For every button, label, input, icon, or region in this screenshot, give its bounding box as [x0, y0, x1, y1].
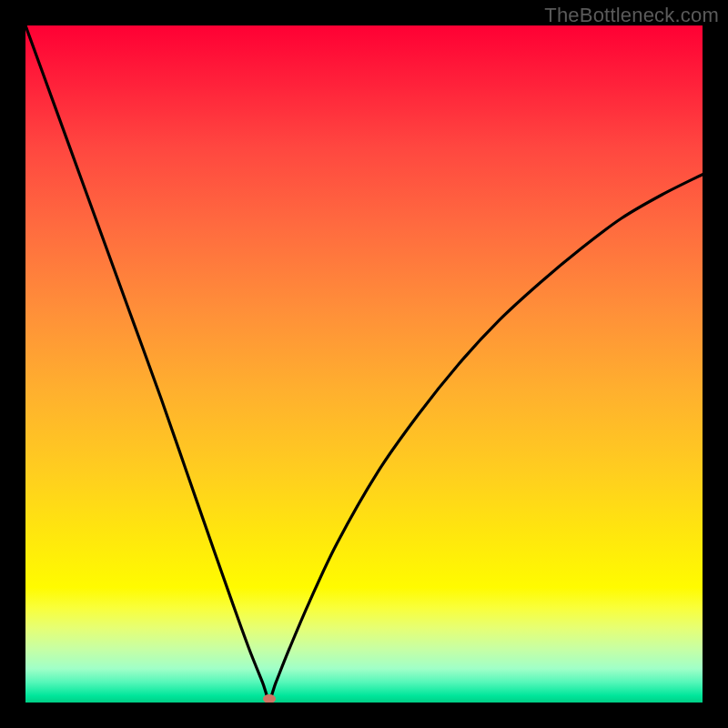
chart-container: TheBottleneck.com [0, 0, 728, 728]
plot-area [25, 25, 703, 703]
watermark-text: TheBottleneck.com [544, 4, 719, 27]
minimum-marker [263, 694, 276, 703]
gradient-background [25, 25, 703, 703]
